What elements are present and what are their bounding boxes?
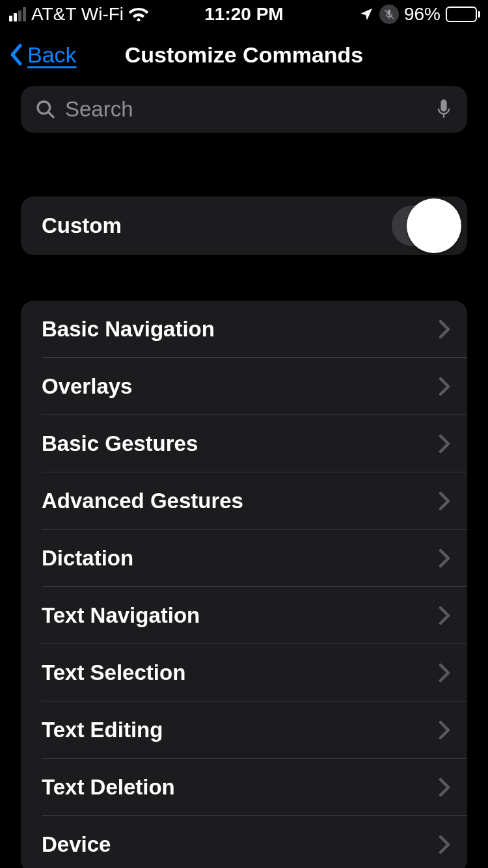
wifi-icon [129,7,148,21]
status-left: AT&T Wi-Fi [9,4,148,25]
chevron-right-icon [439,377,450,396]
row-label: Basic Navigation [42,317,215,342]
custom-toggle-row[interactable]: Custom [21,197,467,255]
custom-label: Custom [42,213,122,238]
cellular-signal-icon [9,7,26,21]
battery-icon [446,7,480,22]
location-icon [359,7,374,22]
custom-section: Custom [21,197,467,255]
row-label: Device [42,832,111,857]
row-label: Overlays [42,374,132,399]
chevron-right-icon [439,491,450,511]
battery-percent: 96% [404,4,441,25]
microphone-muted-icon [379,5,399,24]
chevron-right-icon [439,720,450,740]
back-label: Back [27,42,77,68]
row-label: Text Deletion [42,775,175,800]
chevron-right-icon [439,663,450,683]
chevron-right-icon [439,778,450,797]
page-title: Customize Commands [125,42,364,68]
custom-toggle[interactable] [392,206,457,246]
row-label: Dictation [42,546,133,571]
chevron-right-icon [439,319,450,339]
row-label: Text Navigation [42,603,200,628]
toggle-knob [407,198,461,253]
row-label: Text Editing [42,718,163,742]
microphone-icon[interactable] [435,98,453,121]
category-basic-navigation[interactable]: Basic Navigation [21,301,467,358]
category-text-editing[interactable]: Text Editing [21,701,467,759]
status-right: 96% [359,4,480,25]
row-label: Advanced Gestures [42,489,243,513]
category-overlays[interactable]: Overlays [21,358,467,415]
category-basic-gestures[interactable]: Basic Gestures [21,415,467,472]
chevron-left-icon [8,42,25,68]
category-dictation[interactable]: Dictation [21,530,467,587]
carrier-label: AT&T Wi-Fi [31,4,124,25]
category-advanced-gestures[interactable]: Advanced Gestures [21,472,467,530]
row-label: Basic Gestures [42,431,198,456]
back-button[interactable]: Back [8,42,77,68]
category-text-selection[interactable]: Text Selection [21,644,467,701]
svg-line-2 [49,113,53,117]
chevron-right-icon [439,434,450,454]
category-text-deletion[interactable]: Text Deletion [21,759,467,816]
categories-section: Basic Navigation Overlays Basic Gestures… [21,301,467,868]
chevron-right-icon [439,549,450,568]
clock-time: 11:20 PM [204,4,283,25]
chevron-right-icon [439,606,450,625]
category-text-navigation[interactable]: Text Navigation [21,587,467,644]
search-bar[interactable] [21,86,467,133]
chevron-right-icon [439,835,450,854]
category-device[interactable]: Device [21,816,467,868]
nav-header: Back Customize Commands [0,29,488,81]
status-bar: AT&T Wi-Fi 11:20 PM 96% [0,0,488,29]
search-input[interactable] [65,97,426,122]
search-icon [35,99,56,120]
row-label: Text Selection [42,660,185,685]
